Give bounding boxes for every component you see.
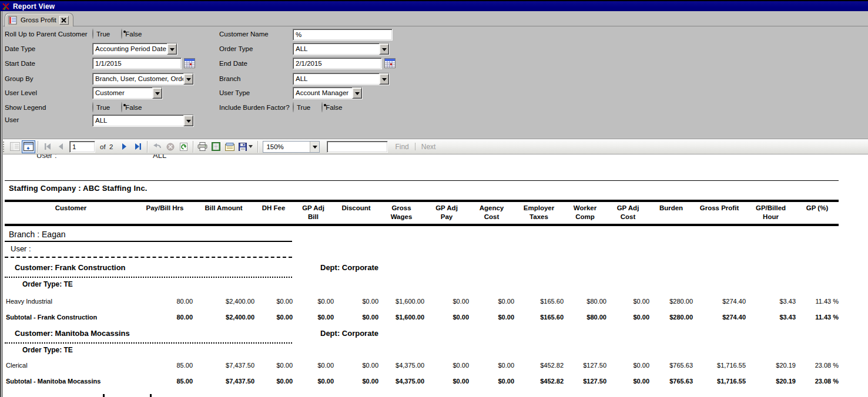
zoom-select[interactable]: 150% <box>263 141 320 153</box>
next-page-icon <box>122 143 127 150</box>
customer-group-header: Customer: Frank Construction <box>15 263 126 272</box>
row-label: Clerical <box>5 362 137 369</box>
tab-gross-profit[interactable]: Gross Profit <box>5 13 73 26</box>
dropdown-arrow-icon[interactable] <box>352 88 362 99</box>
row-value: $3.43 <box>746 314 796 321</box>
row-label: Subtotal - Manitoba Mocassins <box>5 378 137 385</box>
row-value: $0.00 <box>293 362 334 369</box>
dropdown-arrow-icon[interactable] <box>379 43 389 55</box>
window-title: Report View <box>13 2 55 11</box>
next-page-button[interactable] <box>118 140 131 153</box>
prev-page-icon <box>58 143 63 150</box>
field-label-group-by: Group By <box>5 75 33 82</box>
row-value: $0.00 <box>293 378 334 385</box>
row-value: $0.00 <box>469 378 514 385</box>
start-date-calendar-button[interactable] <box>184 58 195 68</box>
find-text-input[interactable] <box>327 141 388 153</box>
column-header: Employer Taxes <box>514 204 564 221</box>
column-header: GP (%) <box>796 204 839 221</box>
row-value: 11.43 % <box>796 298 839 305</box>
zoom-dropdown-arrow-icon[interactable] <box>310 142 319 152</box>
include-burden-radio-group: True False <box>293 103 350 112</box>
dropdown-arrow-icon[interactable] <box>152 88 162 99</box>
column-header: Burden <box>649 204 693 221</box>
refresh-button[interactable] <box>177 140 190 153</box>
end-date-input[interactable] <box>293 58 382 69</box>
date-type-select[interactable]: Accounting Period Date <box>92 43 177 55</box>
print-layout-button[interactable] <box>209 140 223 153</box>
radio-option-false[interactable] <box>321 102 323 113</box>
export-button[interactable] <box>236 140 255 153</box>
toolbar-separator <box>38 141 38 153</box>
find-next-link[interactable]: Next <box>421 143 436 151</box>
column-header: Customer <box>5 204 137 221</box>
row-label: Subtotal - Frank Construction <box>5 314 137 321</box>
report-viewer-toolbar: of 2 <box>0 139 868 154</box>
find-link[interactable]: Find <box>395 143 408 151</box>
document-map-button[interactable] <box>8 140 22 153</box>
group-by-value: Branch, User, Customer, Order <box>93 73 183 85</box>
print-layout-icon <box>212 142 220 151</box>
row-value: $452.82 <box>514 378 564 385</box>
row-value: 85.00 <box>137 378 193 385</box>
column-header: DH Fee <box>254 204 293 221</box>
row-value: $274.40 <box>693 314 746 321</box>
subtotal-row: Subtotal - Manitoba Mocassins85.00$7,437… <box>5 373 839 389</box>
user-type-select[interactable]: Account Manager <box>293 87 363 99</box>
tab-label: Gross Profit <box>21 16 56 23</box>
radio-option-true[interactable] <box>92 29 93 39</box>
first-page-button[interactable] <box>41 140 54 153</box>
radio-option-true[interactable] <box>92 102 93 113</box>
close-tab-button[interactable] <box>59 16 69 25</box>
user-level-value: Customer <box>93 88 152 99</box>
toolbar-grip-handle[interactable] <box>3 142 5 152</box>
user-group-header: User : <box>11 244 31 253</box>
row-value: $0.00 <box>334 298 378 305</box>
dropdown-arrow-icon[interactable] <box>379 73 389 85</box>
document-map-icon <box>10 142 20 151</box>
radio-false-icon <box>121 102 122 113</box>
subtotal-row: Subtotal - Frank Construction80.00$2,400… <box>5 309 839 325</box>
show-legend-radio-group: True False <box>92 103 150 112</box>
user-level-select[interactable]: Customer <box>92 87 163 99</box>
page-setup-icon <box>225 143 234 151</box>
radio-option-false[interactable] <box>121 102 122 113</box>
field-label-customer-name: Customer Name <box>219 31 269 38</box>
row-value: $127.50 <box>564 362 606 369</box>
dropdown-arrow-icon[interactable] <box>183 73 193 85</box>
branch-select[interactable]: ALL <box>293 73 390 85</box>
row-value: $2,400.00 <box>193 298 254 305</box>
group-by-select[interactable]: Branch, User, Customer, Order <box>92 73 194 85</box>
back-to-parent-button[interactable] <box>150 140 163 153</box>
user-type-value: Account Manager <box>293 88 352 99</box>
dropdown-arrow-icon[interactable] <box>183 115 193 126</box>
start-date-input[interactable] <box>92 58 182 69</box>
row-value: $0.00 <box>254 362 293 369</box>
end-date-calendar-button[interactable] <box>384 58 396 68</box>
field-label-end-date: End Date <box>219 60 247 67</box>
export-save-icon <box>239 143 247 151</box>
toolbar-separator <box>193 141 193 153</box>
previous-page-button[interactable] <box>54 140 68 153</box>
radio-label-true: True <box>96 104 110 111</box>
stop-rendering-button[interactable] <box>163 140 177 153</box>
customer-name-input[interactable] <box>293 29 393 41</box>
field-label-branch: Branch <box>219 75 240 82</box>
row-value: $1,600.00 <box>378 298 424 305</box>
field-label-show-legend: Show Legend <box>5 104 46 111</box>
current-page-input[interactable] <box>69 141 95 153</box>
print-button[interactable] <box>196 140 209 153</box>
order-type-select[interactable]: ALL <box>293 43 390 55</box>
radio-option-true[interactable] <box>293 102 294 113</box>
rollup-radio-group: True False <box>92 29 150 39</box>
tab-strip: Gross Profit <box>0 11 868 26</box>
user-select[interactable]: ALL <box>92 115 194 127</box>
radio-option-false[interactable] <box>121 29 122 39</box>
show-parameters-toggle-button[interactable] <box>22 140 35 153</box>
last-page-button[interactable] <box>131 140 145 153</box>
dropdown-arrow-icon[interactable] <box>167 43 177 55</box>
row-value: $80.00 <box>564 314 606 321</box>
report-view-window: Report View Gross Profit Roll Up to P <box>0 0 868 397</box>
page-setup-button[interactable] <box>223 140 236 153</box>
toolbar-separator <box>257 141 258 153</box>
